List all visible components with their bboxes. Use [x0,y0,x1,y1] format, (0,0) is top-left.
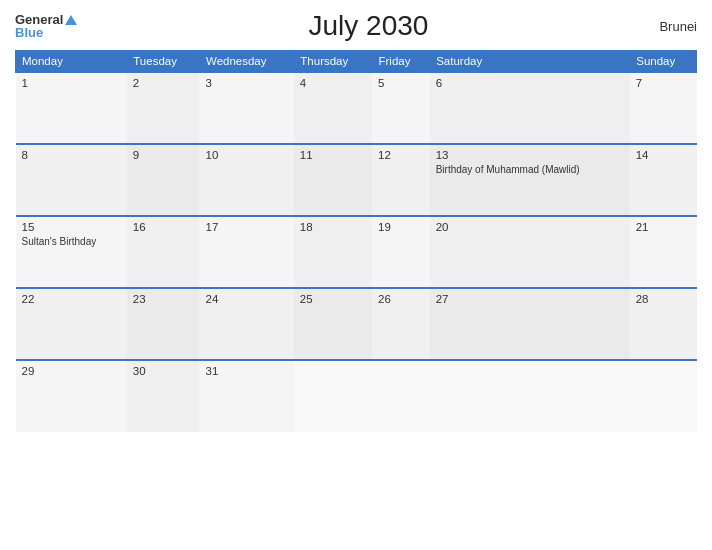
day-number: 13 [436,149,624,161]
col-saturday: Saturday [430,51,630,73]
day-number: 21 [636,221,691,233]
day-number: 30 [133,365,194,377]
table-row: 22 [16,288,127,360]
table-row: 19 [372,216,430,288]
day-number: 18 [300,221,366,233]
table-row [294,360,372,432]
table-row: 4 [294,72,372,144]
day-number: 27 [436,293,624,305]
table-row: 16 [127,216,200,288]
day-number: 1 [22,77,121,89]
day-number: 6 [436,77,624,89]
table-row: 20 [430,216,630,288]
table-row: 21 [630,216,697,288]
table-row: 31 [199,360,293,432]
table-row: 27 [430,288,630,360]
table-row: 3 [199,72,293,144]
day-number: 11 [300,149,366,161]
table-row: 9 [127,144,200,216]
table-row: 18 [294,216,372,288]
header: General Blue July 2030 Brunei [15,10,697,42]
day-number: 7 [636,77,691,89]
calendar-table: Monday Tuesday Wednesday Thursday Friday… [15,50,697,432]
day-number: 20 [436,221,624,233]
day-number: 14 [636,149,691,161]
table-row: 11 [294,144,372,216]
day-number: 17 [205,221,287,233]
table-row: 12 [372,144,430,216]
col-tuesday: Tuesday [127,51,200,73]
table-row: 29 [16,360,127,432]
logo-triangle-icon [65,15,77,25]
table-row: 30 [127,360,200,432]
table-row: 24 [199,288,293,360]
table-row [430,360,630,432]
calendar-week-row: 293031 [16,360,697,432]
day-number: 12 [378,149,424,161]
day-number: 25 [300,293,366,305]
logo-blue-text: Blue [15,26,43,39]
day-number: 31 [205,365,287,377]
event-label: Birthday of Muhammad (Mawlid) [436,163,624,176]
day-number: 16 [133,221,194,233]
table-row: 2 [127,72,200,144]
calendar-week-row: 22232425262728 [16,288,697,360]
day-number: 2 [133,77,194,89]
table-row: 23 [127,288,200,360]
day-number: 19 [378,221,424,233]
day-number: 8 [22,149,121,161]
col-thursday: Thursday [294,51,372,73]
weekday-header-row: Monday Tuesday Wednesday Thursday Friday… [16,51,697,73]
col-sunday: Sunday [630,51,697,73]
day-number: 15 [22,221,121,233]
calendar-title: July 2030 [77,10,659,42]
table-row: 6 [430,72,630,144]
col-friday: Friday [372,51,430,73]
calendar-week-row: 1234567 [16,72,697,144]
table-row: 28 [630,288,697,360]
day-number: 29 [22,365,121,377]
table-row: 5 [372,72,430,144]
day-number: 28 [636,293,691,305]
day-number: 3 [205,77,287,89]
day-number: 22 [22,293,121,305]
country-label: Brunei [659,19,697,34]
table-row: 15Sultan's Birthday [16,216,127,288]
table-row: 25 [294,288,372,360]
table-row [372,360,430,432]
table-row: 17 [199,216,293,288]
table-row: 1 [16,72,127,144]
table-row: 7 [630,72,697,144]
col-monday: Monday [16,51,127,73]
table-row: 10 [199,144,293,216]
calendar-page: General Blue July 2030 Brunei Monday Tue… [0,0,712,550]
day-number: 23 [133,293,194,305]
col-wednesday: Wednesday [199,51,293,73]
calendar-week-row: 15Sultan's Birthday161718192021 [16,216,697,288]
event-label: Sultan's Birthday [22,235,121,248]
table-row: 26 [372,288,430,360]
day-number: 4 [300,77,366,89]
day-number: 24 [205,293,287,305]
day-number: 9 [133,149,194,161]
table-row: 8 [16,144,127,216]
calendar-week-row: 8910111213Birthday of Muhammad (Mawlid)1… [16,144,697,216]
table-row [630,360,697,432]
day-number: 10 [205,149,287,161]
table-row: 13Birthday of Muhammad (Mawlid) [430,144,630,216]
logo: General Blue [15,13,77,39]
day-number: 26 [378,293,424,305]
table-row: 14 [630,144,697,216]
day-number: 5 [378,77,424,89]
